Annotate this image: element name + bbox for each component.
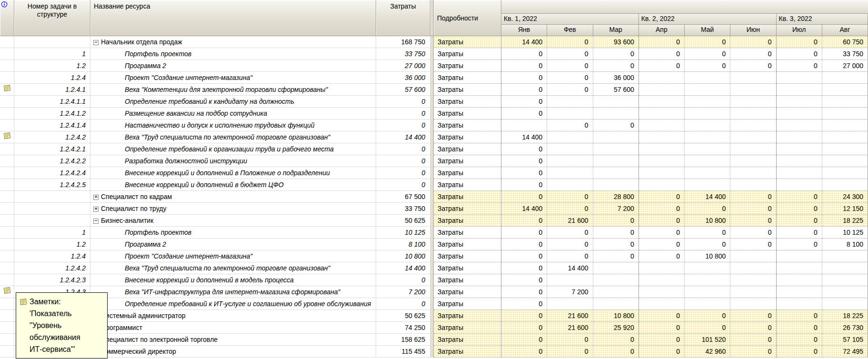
cost-cell[interactable]: 27 000 bbox=[376, 60, 430, 72]
month-value-cell[interactable]: 0 bbox=[501, 322, 547, 334]
month-value-cell[interactable] bbox=[777, 84, 822, 96]
table-splitter[interactable] bbox=[430, 96, 434, 108]
month-value-cell[interactable] bbox=[777, 179, 822, 191]
month-value-cell[interactable] bbox=[547, 274, 593, 286]
table-splitter[interactable] bbox=[430, 60, 434, 72]
month-value-cell[interactable]: 0 bbox=[501, 143, 547, 155]
month-value-cell[interactable]: 0 bbox=[777, 60, 822, 72]
month-value-cell[interactable] bbox=[685, 298, 730, 310]
resource-name-cell[interactable]: Портфель проектов bbox=[90, 48, 376, 60]
month-value-cell[interactable]: 0 bbox=[730, 48, 776, 60]
quarter-header[interactable]: Кв. 2, 2022 bbox=[639, 14, 777, 25]
month-value-cell[interactable]: 0 bbox=[501, 239, 547, 250]
resource-name-cell[interactable]: +Специалист по кадрам bbox=[90, 191, 376, 203]
month-value-cell[interactable] bbox=[730, 179, 776, 191]
collapse-icon[interactable]: − bbox=[93, 219, 99, 224]
resource-name-cell[interactable]: Определение требований к ИТ-услуге и сог… bbox=[90, 298, 376, 310]
month-value-cell[interactable]: 0 bbox=[777, 48, 822, 60]
details-label-cell[interactable]: Затраты bbox=[434, 143, 501, 155]
month-value-cell[interactable] bbox=[777, 155, 822, 167]
month-value-cell[interactable]: 0 bbox=[730, 334, 776, 346]
month-value-cell[interactable]: 0 bbox=[639, 60, 685, 72]
month-value-cell[interactable] bbox=[777, 72, 822, 84]
resource-name-cell[interactable]: +Специалист по труду bbox=[90, 203, 376, 215]
month-value-cell[interactable] bbox=[685, 131, 730, 143]
month-value-cell[interactable] bbox=[685, 262, 730, 274]
month-header[interactable]: Фев bbox=[547, 25, 593, 36]
month-header[interactable]: Авг bbox=[822, 25, 868, 36]
month-value-cell[interactable]: 0 bbox=[730, 239, 776, 250]
month-value-cell[interactable]: 0 bbox=[777, 322, 822, 334]
month-value-cell[interactable]: 0 bbox=[501, 84, 547, 96]
month-value-cell[interactable]: 7 200 bbox=[593, 203, 639, 215]
month-header[interactable]: Июн bbox=[730, 25, 776, 36]
month-value-cell[interactable]: 0 bbox=[501, 215, 547, 227]
cost-cell[interactable]: 14 400 bbox=[376, 262, 430, 274]
cost-cell[interactable]: 0 bbox=[376, 143, 430, 155]
month-value-cell[interactable]: 0 bbox=[501, 334, 547, 346]
month-value-cell[interactable] bbox=[822, 155, 868, 167]
month-value-cell[interactable] bbox=[730, 96, 776, 108]
month-value-cell[interactable]: 0 bbox=[593, 60, 639, 72]
month-value-cell[interactable]: 7 200 bbox=[547, 286, 593, 298]
month-value-cell[interactable] bbox=[822, 167, 868, 179]
indicator-cell[interactable] bbox=[0, 203, 14, 215]
month-value-cell[interactable]: 0 bbox=[501, 250, 547, 262]
details-label-cell[interactable]: Затраты bbox=[434, 36, 501, 48]
month-value-cell[interactable] bbox=[822, 262, 868, 274]
resource-name-cell[interactable]: Проект "Создание интернет-магазина" bbox=[90, 250, 376, 262]
month-value-cell[interactable] bbox=[777, 250, 822, 262]
resource-name-cell[interactable]: Определение требований к организации тру… bbox=[90, 143, 376, 155]
month-value-cell[interactable] bbox=[593, 286, 639, 298]
month-value-cell[interactable]: 0 bbox=[501, 346, 547, 358]
cost-cell[interactable]: 10 125 bbox=[376, 227, 430, 239]
month-value-cell[interactable] bbox=[822, 286, 868, 298]
resource-name-cell[interactable]: +Коммерческий директор bbox=[90, 346, 376, 358]
table-splitter[interactable] bbox=[430, 120, 434, 131]
month-value-cell[interactable]: 0 bbox=[730, 215, 776, 227]
month-value-cell[interactable]: 0 bbox=[547, 250, 593, 262]
note-icon[interactable] bbox=[3, 131, 11, 143]
column-header-task-number[interactable]: Номер задачи в структуре bbox=[14, 0, 90, 36]
task-number-cell[interactable]: 1.2.4.2 bbox=[14, 131, 90, 143]
indicator-cell[interactable] bbox=[0, 167, 14, 179]
month-value-cell[interactable]: 0 bbox=[547, 84, 593, 96]
cost-cell[interactable]: 33 750 bbox=[376, 48, 430, 60]
month-value-cell[interactable] bbox=[593, 298, 639, 310]
details-label-cell[interactable]: Затраты bbox=[434, 155, 501, 167]
month-value-cell[interactable]: 10 800 bbox=[685, 250, 730, 262]
month-value-cell[interactable] bbox=[685, 96, 730, 108]
month-value-cell[interactable]: 0 bbox=[501, 298, 547, 310]
month-value-cell[interactable]: 0 bbox=[501, 310, 547, 322]
quarter-header[interactable]: Кв. 1, 2022 bbox=[501, 14, 639, 25]
month-value-cell[interactable] bbox=[685, 72, 730, 84]
month-value-cell[interactable]: 0 bbox=[501, 262, 547, 274]
month-value-cell[interactable] bbox=[822, 96, 868, 108]
month-value-cell[interactable] bbox=[593, 143, 639, 155]
month-value-cell[interactable]: 8 100 bbox=[822, 239, 868, 250]
indicator-cell[interactable] bbox=[0, 179, 14, 191]
month-value-cell[interactable] bbox=[639, 167, 685, 179]
table-splitter[interactable] bbox=[430, 346, 434, 358]
month-value-cell[interactable]: 0 bbox=[593, 120, 639, 131]
resource-name-cell[interactable]: Веха "Труд специалиста по электронной то… bbox=[90, 131, 376, 143]
month-value-cell[interactable]: 0 bbox=[547, 36, 593, 48]
month-value-cell[interactable] bbox=[639, 155, 685, 167]
month-value-cell[interactable] bbox=[777, 274, 822, 286]
details-label-cell[interactable]: Затраты bbox=[434, 322, 501, 334]
task-number-cell[interactable]: 1.2.4 bbox=[14, 72, 90, 84]
table-splitter[interactable] bbox=[430, 191, 434, 203]
month-value-cell[interactable]: 93 600 bbox=[593, 36, 639, 48]
resource-name-cell[interactable]: Веха "ИТ-инфраструктура для интернет-маг… bbox=[90, 286, 376, 298]
column-header-cost[interactable]: Затраты bbox=[376, 0, 430, 36]
cost-cell[interactable]: 50 625 bbox=[376, 215, 430, 227]
indicator-cell[interactable] bbox=[0, 215, 14, 227]
column-header-details[interactable]: Подробности bbox=[434, 0, 501, 36]
month-value-cell[interactable] bbox=[639, 262, 685, 274]
month-header[interactable]: Янв bbox=[501, 25, 547, 36]
month-value-cell[interactable] bbox=[777, 120, 822, 131]
details-label-cell[interactable]: Затраты bbox=[434, 274, 501, 286]
month-value-cell[interactable]: 0 bbox=[730, 310, 776, 322]
month-value-cell[interactable] bbox=[730, 143, 776, 155]
month-value-cell[interactable]: 10 800 bbox=[685, 215, 730, 227]
